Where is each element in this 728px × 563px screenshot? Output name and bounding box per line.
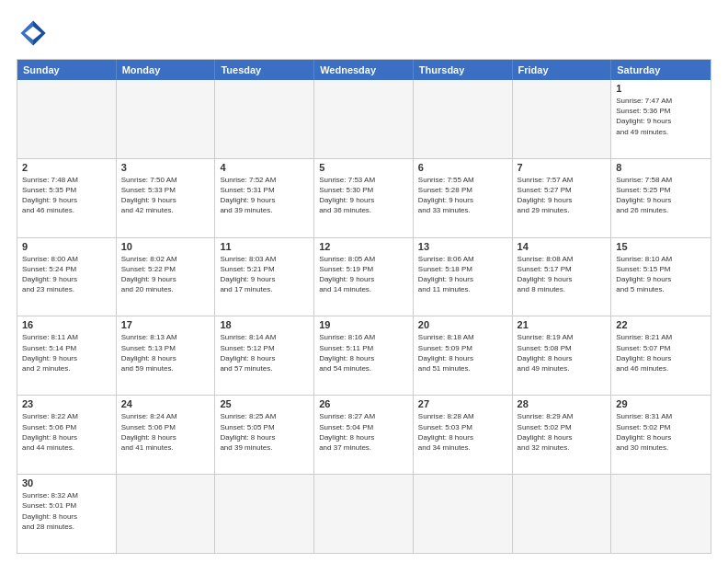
day-number: 29 — [616, 398, 706, 409]
day-info: Sunrise: 8:03 AM Sunset: 5:21 PM Dayligh… — [220, 254, 309, 295]
day-info: Sunrise: 7:57 AM Sunset: 5:27 PM Dayligh… — [518, 175, 607, 216]
day-info: Sunrise: 8:24 AM Sunset: 5:06 PM Dayligh… — [121, 411, 210, 453]
calendar-cell: 12Sunrise: 8:05 AM Sunset: 5:19 PM Dayli… — [314, 238, 414, 316]
day-number: 18 — [220, 319, 309, 330]
calendar-cell: 20Sunrise: 8:18 AM Sunset: 5:09 PM Dayli… — [414, 316, 513, 395]
day-info: Sunrise: 7:47 AM Sunset: 5:36 PM Dayligh… — [616, 96, 706, 137]
day-info: Sunrise: 8:11 AM Sunset: 5:14 PM Dayligh… — [22, 332, 111, 373]
calendar-cell: 5Sunrise: 7:53 AM Sunset: 5:30 PM Daylig… — [314, 159, 414, 237]
weekday-header: Tuesday — [215, 60, 314, 80]
day-info: Sunrise: 8:19 AM Sunset: 5:08 PM Dayligh… — [518, 332, 607, 373]
calendar-cell — [215, 475, 314, 553]
calendar-cell — [414, 475, 513, 553]
calendar-row: 2Sunrise: 7:48 AM Sunset: 5:35 PM Daylig… — [17, 158, 711, 237]
day-number: 26 — [319, 398, 408, 409]
day-info: Sunrise: 7:53 AM Sunset: 5:30 PM Dayligh… — [319, 175, 408, 216]
calendar-cell — [513, 80, 612, 158]
day-number: 15 — [616, 241, 706, 252]
calendar-row: 1Sunrise: 7:47 AM Sunset: 5:36 PM Daylig… — [17, 80, 711, 158]
calendar-cell: 27Sunrise: 8:28 AM Sunset: 5:03 PM Dayli… — [414, 396, 513, 474]
day-info: Sunrise: 8:22 AM Sunset: 5:06 PM Dayligh… — [22, 411, 111, 453]
day-info: Sunrise: 8:28 AM Sunset: 5:03 PM Dayligh… — [418, 411, 507, 453]
weekday-header: Friday — [513, 60, 612, 80]
calendar-cell: 4Sunrise: 7:52 AM Sunset: 5:31 PM Daylig… — [215, 159, 314, 237]
day-number: 2 — [22, 162, 111, 173]
calendar-cell — [117, 80, 216, 158]
day-info: Sunrise: 8:10 AM Sunset: 5:15 PM Dayligh… — [616, 254, 706, 295]
day-number: 4 — [220, 162, 309, 173]
day-number: 17 — [121, 319, 210, 330]
calendar-cell — [17, 80, 117, 158]
calendar-cell: 9Sunrise: 8:00 AM Sunset: 5:24 PM Daylig… — [17, 238, 117, 316]
day-info: Sunrise: 7:50 AM Sunset: 5:33 PM Dayligh… — [121, 175, 210, 216]
day-info: Sunrise: 8:29 AM Sunset: 5:02 PM Dayligh… — [518, 411, 607, 453]
calendar-cell: 21Sunrise: 8:19 AM Sunset: 5:08 PM Dayli… — [513, 316, 612, 395]
calendar-cell: 7Sunrise: 7:57 AM Sunset: 5:27 PM Daylig… — [513, 159, 612, 237]
calendar-cell: 26Sunrise: 8:27 AM Sunset: 5:04 PM Dayli… — [314, 396, 414, 474]
weekday-header: Monday — [117, 60, 216, 80]
calendar-cell: 23Sunrise: 8:22 AM Sunset: 5:06 PM Dayli… — [17, 396, 117, 474]
calendar-cell — [117, 475, 216, 553]
calendar-cell: 30Sunrise: 8:32 AM Sunset: 5:01 PM Dayli… — [17, 475, 117, 553]
day-number: 16 — [22, 319, 111, 330]
day-number: 3 — [121, 162, 210, 173]
calendar-cell: 16Sunrise: 8:11 AM Sunset: 5:14 PM Dayli… — [17, 316, 117, 395]
calendar-cell: 10Sunrise: 8:02 AM Sunset: 5:22 PM Dayli… — [117, 238, 216, 316]
weekday-header: Saturday — [611, 60, 711, 80]
day-info: Sunrise: 8:14 AM Sunset: 5:12 PM Dayligh… — [220, 332, 309, 373]
header — [17, 17, 711, 50]
day-number: 11 — [220, 241, 309, 252]
day-number: 25 — [220, 398, 309, 409]
calendar-cell: 19Sunrise: 8:16 AM Sunset: 5:11 PM Dayli… — [314, 316, 414, 395]
day-number: 21 — [518, 319, 607, 330]
day-number: 10 — [121, 241, 210, 252]
calendar-row: 23Sunrise: 8:22 AM Sunset: 5:06 PM Dayli… — [17, 395, 711, 474]
calendar-cell: 14Sunrise: 8:08 AM Sunset: 5:17 PM Dayli… — [513, 238, 612, 316]
day-info: Sunrise: 8:00 AM Sunset: 5:24 PM Dayligh… — [22, 254, 111, 295]
calendar-cell — [513, 475, 612, 553]
day-info: Sunrise: 8:13 AM Sunset: 5:13 PM Dayligh… — [121, 332, 210, 373]
calendar-header: SundayMondayTuesdayWednesdayThursdayFrid… — [17, 60, 711, 80]
calendar-cell: 11Sunrise: 8:03 AM Sunset: 5:21 PM Dayli… — [215, 238, 314, 316]
day-info: Sunrise: 7:48 AM Sunset: 5:35 PM Dayligh… — [22, 175, 111, 216]
day-number: 7 — [518, 162, 607, 173]
day-info: Sunrise: 8:16 AM Sunset: 5:11 PM Dayligh… — [319, 332, 408, 373]
weekday-header: Wednesday — [314, 60, 414, 80]
calendar-cell: 6Sunrise: 7:55 AM Sunset: 5:28 PM Daylig… — [414, 159, 513, 237]
day-number: 6 — [418, 162, 507, 173]
day-number: 12 — [319, 241, 408, 252]
calendar-cell: 25Sunrise: 8:25 AM Sunset: 5:05 PM Dayli… — [215, 396, 314, 474]
day-info: Sunrise: 8:18 AM Sunset: 5:09 PM Dayligh… — [418, 332, 507, 373]
day-number: 19 — [319, 319, 408, 330]
calendar: SundayMondayTuesdayWednesdayThursdayFrid… — [17, 59, 711, 554]
calendar-cell: 29Sunrise: 8:31 AM Sunset: 5:02 PM Dayli… — [611, 396, 711, 474]
logo — [17, 17, 53, 50]
day-number: 9 — [22, 241, 111, 252]
day-number: 14 — [518, 241, 607, 252]
calendar-cell: 28Sunrise: 8:29 AM Sunset: 5:02 PM Dayli… — [513, 396, 612, 474]
day-info: Sunrise: 8:32 AM Sunset: 5:01 PM Dayligh… — [22, 490, 111, 532]
day-number: 5 — [319, 162, 408, 173]
day-info: Sunrise: 8:21 AM Sunset: 5:07 PM Dayligh… — [616, 332, 706, 373]
calendar-cell: 24Sunrise: 8:24 AM Sunset: 5:06 PM Dayli… — [117, 396, 216, 474]
day-number: 24 — [121, 398, 210, 409]
day-number: 20 — [418, 319, 507, 330]
day-info: Sunrise: 7:55 AM Sunset: 5:28 PM Dayligh… — [418, 175, 507, 216]
day-info: Sunrise: 8:31 AM Sunset: 5:02 PM Dayligh… — [616, 411, 706, 453]
calendar-cell — [314, 80, 414, 158]
calendar-cell — [215, 80, 314, 158]
day-info: Sunrise: 8:27 AM Sunset: 5:04 PM Dayligh… — [319, 411, 408, 453]
day-number: 27 — [418, 398, 507, 409]
calendar-row: 30Sunrise: 8:32 AM Sunset: 5:01 PM Dayli… — [17, 474, 711, 553]
day-number: 30 — [22, 477, 111, 488]
day-number: 23 — [22, 398, 111, 409]
weekday-header: Thursday — [414, 60, 513, 80]
calendar-row: 9Sunrise: 8:00 AM Sunset: 5:24 PM Daylig… — [17, 237, 711, 316]
calendar-cell: 18Sunrise: 8:14 AM Sunset: 5:12 PM Dayli… — [215, 316, 314, 395]
day-info: Sunrise: 7:58 AM Sunset: 5:25 PM Dayligh… — [616, 175, 706, 216]
day-number: 13 — [418, 241, 507, 252]
calendar-cell: 8Sunrise: 7:58 AM Sunset: 5:25 PM Daylig… — [611, 159, 711, 237]
calendar-cell: 1Sunrise: 7:47 AM Sunset: 5:36 PM Daylig… — [611, 80, 711, 158]
calendar-cell: 13Sunrise: 8:06 AM Sunset: 5:18 PM Dayli… — [414, 238, 513, 316]
day-info: Sunrise: 8:08 AM Sunset: 5:17 PM Dayligh… — [518, 254, 607, 295]
